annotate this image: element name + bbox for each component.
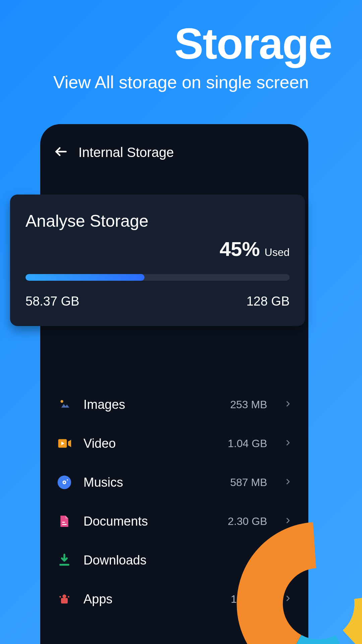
svg-rect-11 [61, 598, 68, 604]
card-title: Analyse Storage [25, 211, 290, 231]
svg-rect-8 [62, 524, 66, 525]
category-label: Apps [83, 592, 219, 606]
category-item-images[interactable]: Images253 MB [40, 385, 308, 424]
svg-point-10 [63, 594, 66, 598]
chevron-right-icon [279, 439, 292, 448]
size-row: 58.37 GB 128 GB [25, 294, 290, 309]
svg-rect-7 [62, 522, 65, 523]
svg-point-1 [61, 400, 63, 403]
app-header: Internal Storage [40, 124, 308, 174]
category-item-video[interactable]: Video1.04 GB [40, 424, 308, 463]
category-label: Video [83, 436, 216, 451]
hero-subtitle: View All storage on single screen [0, 72, 362, 92]
video-icon [57, 436, 72, 451]
progress-bar [25, 274, 290, 281]
page-title: Internal Storage [78, 145, 174, 160]
apps-icon [57, 592, 72, 606]
category-label: Downloads [83, 553, 255, 568]
svg-point-12 [59, 596, 61, 598]
images-icon [57, 397, 72, 412]
category-label: Documents [83, 514, 216, 529]
category-size: 253 MB [230, 398, 267, 411]
usage-label: Used [264, 246, 290, 259]
svg-point-5 [64, 482, 65, 483]
music-icon [57, 475, 72, 490]
category-size: 1.04 GB [228, 437, 267, 450]
chevron-right-icon [279, 400, 292, 409]
chevron-right-icon [279, 478, 292, 487]
progress-bar-fill [25, 274, 144, 281]
total-size: 128 GB [246, 294, 290, 309]
svg-rect-9 [59, 564, 69, 566]
svg-point-6 [67, 479, 68, 481]
hero-title: Storage [0, 18, 362, 69]
used-size: 58.37 GB [25, 294, 79, 309]
hero-banner: Storage View All storage on single scree… [0, 0, 362, 92]
analyse-storage-card[interactable]: Analyse Storage 45% Used 58.37 GB 128 GB [10, 195, 305, 326]
category-label: Musics [83, 475, 219, 490]
usage-percent: 45% [220, 237, 260, 261]
document-icon [57, 514, 72, 529]
category-label: Images [83, 397, 219, 412]
category-size: 587 MB [230, 476, 267, 489]
back-arrow-icon[interactable] [54, 144, 68, 160]
download-icon [57, 553, 72, 568]
svg-point-13 [68, 596, 69, 598]
usage-row: 45% Used [25, 237, 290, 261]
category-item-musics[interactable]: Musics587 MB [40, 463, 308, 502]
storage-donut-chart [235, 520, 362, 644]
